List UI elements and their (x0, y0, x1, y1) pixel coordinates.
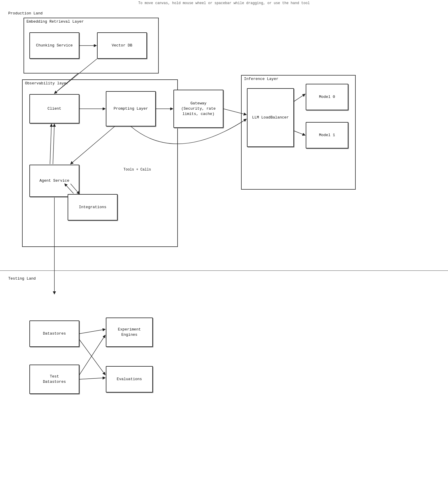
inference-label: Inference Layer (244, 77, 278, 81)
top-note: To move canvas, hold mouse wheel or spac… (0, 0, 448, 6)
tools-calls-label: Tools + Calls (123, 168, 151, 172)
svg-line-18 (79, 335, 105, 375)
chunking-service-box: Chunking Service (29, 32, 79, 59)
vector-db-box: Vector DB (97, 32, 147, 59)
datastores-box: Datastores (29, 320, 79, 347)
evaluations-box: Evaluations (106, 366, 153, 393)
embedding-retrieval-label: Embedding Retrieval Layer (26, 19, 84, 24)
testing-land-label: Testing Land (8, 276, 36, 281)
svg-line-16 (79, 329, 105, 334)
client-box: Client (29, 94, 79, 123)
integrations-box: Integrations (68, 194, 118, 221)
gateway-box: Gateway (Security, rate limits, cache) (173, 90, 223, 128)
agent-service-box: Agent Service (29, 165, 79, 197)
page-container: To move canvas, hold mouse wheel or spac… (0, 0, 448, 491)
production-land-label: Production Land (8, 11, 43, 16)
svg-line-19 (79, 378, 105, 379)
prompting-layer-box: Prompting Layer (106, 91, 156, 126)
svg-line-17 (79, 340, 105, 375)
observability-label: Observability layer (25, 81, 68, 86)
model-1-box: Model 1 (306, 122, 348, 148)
model-0-box: Model 0 (306, 84, 348, 110)
test-datastores-box: Test Datastores (29, 365, 79, 394)
llm-loadbalancer-box: LLM LoadBalancer (247, 88, 294, 147)
experiment-engines-box: Experiment Engines (106, 318, 153, 347)
section-divider (0, 270, 448, 271)
